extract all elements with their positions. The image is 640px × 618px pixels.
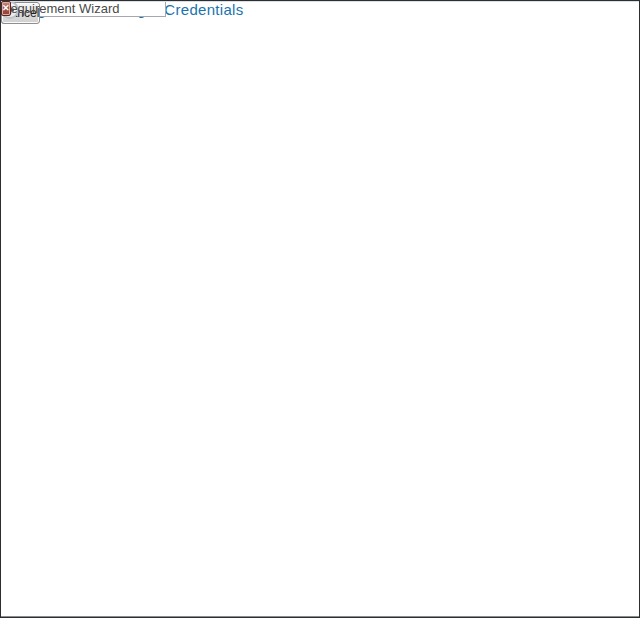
wizard-title: Requirement Wizard [1, 1, 120, 16]
close-icon: ✕ [2, 3, 10, 13]
title-bar[interactable]: ✕ [1, 1, 639, 2]
wizard-window: ✕ Requirement Wizard Configuration Manag… [0, 0, 640, 618]
close-button[interactable]: ✕ [1, 1, 11, 16]
window-frame-bottom [1, 616, 639, 617]
